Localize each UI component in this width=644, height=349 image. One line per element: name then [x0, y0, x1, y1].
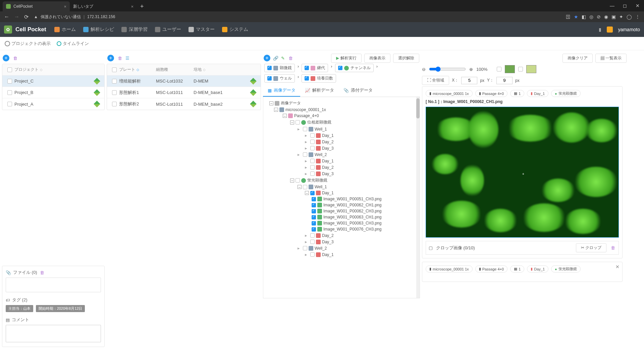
select-all-checkbox[interactable]	[112, 67, 117, 72]
thumb-checkbox[interactable]	[497, 67, 501, 71]
tree-leaf[interactable]: Image_W001_P00063_CH1.png	[265, 214, 418, 220]
tree-leaf[interactable]: Image_W001_P00063_CH3.png	[265, 220, 418, 226]
chip-well[interactable]: ウェル	[264, 74, 295, 83]
edit-button[interactable]	[249, 90, 258, 95]
edit-button[interactable]	[249, 79, 258, 84]
tree-node[interactable]: ▸Well_2	[265, 151, 418, 158]
node-checkbox[interactable]	[310, 165, 315, 169]
node-checkbox[interactable]	[303, 127, 307, 131]
user-avatar-icon[interactable]	[607, 27, 613, 33]
node-checkbox[interactable]	[296, 120, 300, 124]
collapse-icon[interactable]: –	[269, 101, 273, 105]
collapse-icon[interactable]: –	[290, 179, 294, 183]
tree-node[interactable]: –画像データ	[265, 100, 418, 107]
thumbnail-1[interactable]	[505, 65, 515, 73]
project-row[interactable]: Project_C	[2, 76, 104, 87]
close-tab-icon[interactable]: ×	[61, 4, 66, 9]
show-image-button[interactable]: 画像表示	[364, 54, 390, 63]
plate-row[interactable]: 増殖能解析 MSC-Lot1032 D-MEM	[107, 76, 261, 87]
tree-node[interactable]: –位相差顕微鏡	[265, 119, 418, 126]
zoom-slider[interactable]	[429, 66, 466, 72]
node-checkbox[interactable]	[310, 240, 315, 244]
delete-plate-button[interactable]: 🗑	[117, 55, 123, 61]
timeline-link[interactable]: タイムライン	[57, 41, 89, 47]
node-checkbox[interactable]	[312, 209, 316, 213]
row-checkbox[interactable]	[7, 102, 12, 106]
node-checkbox[interactable]	[310, 171, 315, 176]
list-view-button[interactable]: ▦ 一覧表示	[595, 54, 627, 63]
file-drop-area[interactable]	[6, 278, 101, 292]
tag-chip[interactable]: 開始時期：2020年8月12日	[36, 305, 85, 312]
view-project-link[interactable]: プロジェクトの表示	[5, 41, 51, 47]
close-tab-icon[interactable]: ×	[128, 4, 133, 9]
delete-button[interactable]: 🗑	[287, 55, 293, 61]
project-row[interactable]: Project_B	[2, 87, 104, 98]
row-checkbox[interactable]	[7, 90, 12, 95]
tree-node[interactable]: ▸Well_2	[265, 245, 418, 251]
plate-row[interactable]: 形態解析2 MSC-Lot1011 D-MEM_base2	[107, 98, 261, 110]
tree-node[interactable]: ▸Day_3	[265, 170, 418, 177]
maximize-icon[interactable]: ◻	[619, 0, 631, 11]
ext-icon[interactable]: ◎	[589, 14, 593, 19]
minimize-icon[interactable]: ―	[606, 0, 619, 11]
tree-node[interactable]: ▸Day_2	[265, 232, 418, 239]
browser-tab-1[interactable]: CellPocket ×	[3, 1, 70, 11]
node-checkbox[interactable]	[310, 159, 315, 163]
node-checkbox[interactable]	[312, 197, 316, 201]
list-icon[interactable]: ☰	[125, 56, 129, 61]
col-project[interactable]: プロジェクト◇	[14, 67, 92, 72]
unselect-button[interactable]: 選択解除	[393, 54, 419, 63]
edit-button[interactable]	[92, 90, 102, 95]
tree-node[interactable]: ▸Day_3	[265, 239, 418, 245]
tree-node[interactable]: ▸Day_1	[265, 132, 418, 139]
node-checkbox[interactable]	[310, 146, 315, 150]
node-checkbox[interactable]	[310, 140, 315, 144]
add-plate-button[interactable]: +	[107, 55, 114, 61]
comment-input[interactable]	[6, 325, 101, 342]
node-checkbox[interactable]	[312, 227, 316, 232]
add-project-button[interactable]: +	[3, 55, 9, 61]
profile-icon[interactable]: ◯	[627, 14, 632, 19]
node-checkbox[interactable]	[303, 152, 307, 157]
x-input[interactable]	[461, 77, 477, 84]
ext-icon[interactable]: ⊘	[597, 14, 601, 19]
tree-leaf[interactable]: Image_W001_P00051_CH3.png	[265, 196, 418, 202]
mic-icon[interactable]: ▮	[599, 27, 601, 32]
browser-tab-2[interactable]: 新しいタブ ×	[70, 1, 137, 11]
chip-channel[interactable]: チャンネル	[335, 64, 374, 72]
node-checkbox[interactable]	[303, 246, 307, 250]
tag-chip[interactable]: 主担当：山本	[6, 305, 33, 312]
tree-node[interactable]: –Day_1	[265, 190, 418, 196]
node-checkbox[interactable]	[310, 191, 315, 195]
nav-system[interactable]: システム	[222, 27, 248, 33]
tab-image-data[interactable]: ▦画像データ	[263, 85, 300, 97]
row-checkbox[interactable]	[112, 79, 117, 84]
back-icon[interactable]: ←	[4, 14, 9, 20]
tree-node[interactable]: ▸Day_3	[265, 145, 418, 151]
tree-node[interactable]: ▸Day_1	[265, 251, 418, 258]
plate-row[interactable]: 形態解析1 MSC-Lot1011 D-MEM_base1	[107, 87, 261, 98]
zoom-in-icon[interactable]: ⊕	[469, 67, 473, 72]
node-checkbox[interactable]	[310, 233, 315, 238]
select-all-checkbox[interactable]	[7, 67, 12, 72]
project-row[interactable]: Project_A	[2, 98, 104, 110]
tree-node[interactable]: ▸Day_2	[265, 139, 418, 145]
tree-node[interactable]: ▸Well_1	[265, 126, 418, 132]
link-icon[interactable]: 🔗	[273, 56, 278, 61]
viewer-scroll[interactable]: ▮microscope_00001 1x ▮Passage 4+0 ▦1 ▮Da…	[422, 86, 627, 318]
ext-icon[interactable]: ◧	[582, 14, 586, 19]
edit-icon[interactable]: ✎	[281, 56, 285, 61]
ext-icon[interactable]: ▣	[611, 14, 616, 19]
zoom-out-icon[interactable]: ⊖	[422, 67, 426, 72]
nav-recipe[interactable]: 解析レシピ	[83, 27, 114, 33]
crop-button[interactable]: ✂ クロップ	[576, 243, 606, 252]
data-tree[interactable]: –画像データ –microscope_00001_1x –Passage_4+0…	[263, 97, 420, 298]
col-plate[interactable]: プレート◇	[119, 67, 156, 72]
tree-leaf[interactable]: Image_W001_P00062_CH1.png	[265, 202, 418, 208]
forward-icon[interactable]: →	[14, 14, 19, 20]
chip-days[interactable]: 培養日数	[302, 74, 336, 83]
run-analysis-button[interactable]: ▶解析実行	[331, 54, 362, 63]
node-checkbox[interactable]	[312, 203, 316, 207]
address-field[interactable]: ▲ 保護されていない通信 | 172.31.182.156	[34, 14, 560, 20]
tree-node[interactable]: ▸Day_1	[265, 158, 418, 164]
